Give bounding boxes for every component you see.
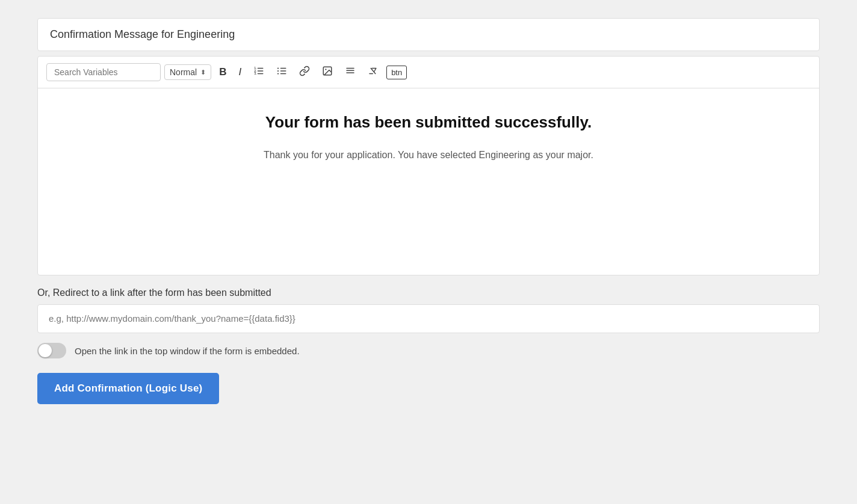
svg-rect-2 — [258, 73, 264, 75]
align-icon — [345, 66, 356, 79]
toolbar: Normal ⬍ B I 1. 2. — [38, 57, 819, 88]
bold-icon: B — [219, 66, 226, 78]
page-container: Normal ⬍ B I 1. 2. — [37, 12, 820, 410]
editor-wrapper: Normal ⬍ B I 1. 2. — [37, 56, 820, 275]
toggle-knob — [39, 344, 52, 357]
svg-point-10 — [277, 70, 279, 72]
link-button[interactable] — [295, 63, 314, 82]
btn-label: btn — [391, 68, 402, 77]
svg-rect-14 — [346, 68, 354, 69]
image-button[interactable] — [318, 63, 337, 82]
redirect-input-wrapper — [37, 304, 820, 333]
format-select-label: Normal — [170, 67, 197, 77]
search-variables-input[interactable] — [46, 63, 161, 81]
svg-rect-1 — [258, 70, 264, 72]
toggle-section: Open the link in the top window if the f… — [37, 343, 820, 358]
svg-rect-7 — [280, 70, 286, 72]
bold-button[interactable]: B — [215, 63, 230, 81]
ordered-list-button[interactable]: 1. 2. 3. — [249, 63, 268, 82]
redirect-label: Or, Redirect to a link after the form ha… — [37, 287, 820, 298]
unordered-list-button[interactable] — [272, 63, 291, 82]
unordered-list-icon — [276, 66, 287, 79]
italic-button[interactable]: I — [234, 63, 246, 81]
title-input-wrapper — [37, 18, 820, 51]
image-icon — [322, 66, 333, 79]
editor-body: Thank you for your application. You have… — [74, 147, 783, 163]
toggle-label: Open the link in the top window if the f… — [75, 346, 300, 356]
svg-point-9 — [277, 67, 279, 69]
redirect-section: Or, Redirect to a link after the form ha… — [37, 287, 820, 333]
format-select[interactable]: Normal ⬍ — [164, 64, 211, 80]
btn-insert-button[interactable]: btn — [386, 66, 407, 79]
svg-rect-16 — [346, 72, 354, 73]
clear-format-button[interactable] — [364, 63, 383, 82]
italic-icon: I — [238, 66, 241, 78]
redirect-input[interactable] — [49, 313, 808, 324]
svg-rect-0 — [258, 68, 264, 69]
toggle-switch[interactable] — [37, 343, 66, 358]
editor-heading: Your form has been submitted successfull… — [74, 112, 783, 133]
svg-rect-15 — [346, 70, 354, 72]
svg-point-13 — [325, 69, 326, 70]
clear-format-icon — [368, 66, 379, 79]
add-confirmation-button[interactable]: Add Confirmation (Logic Use) — [37, 373, 219, 404]
align-button[interactable] — [341, 63, 360, 82]
chevron-up-down-icon: ⬍ — [200, 69, 206, 76]
ordered-list-icon: 1. 2. 3. — [253, 66, 264, 79]
link-icon — [299, 66, 310, 79]
title-input[interactable] — [50, 28, 807, 41]
svg-point-11 — [277, 73, 279, 74]
editor-content[interactable]: Your form has been submitted successfull… — [38, 88, 819, 275]
svg-text:3.: 3. — [255, 72, 257, 75]
svg-rect-6 — [280, 68, 286, 69]
svg-rect-8 — [280, 73, 286, 75]
